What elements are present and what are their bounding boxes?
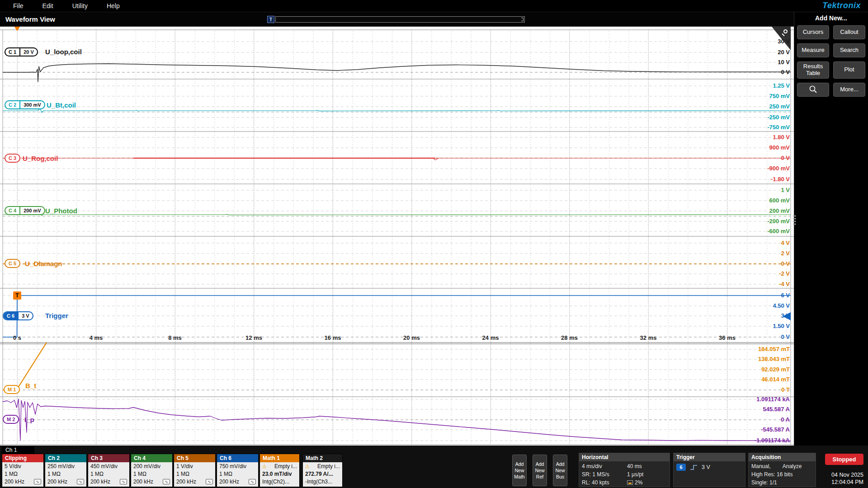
badge-row-1: 1 MΩ [5, 471, 41, 478]
badge-header: Clipping [2, 454, 43, 462]
add-new-math-button[interactable]: AddNewMath [512, 455, 527, 486]
badge-value: 450 mV/div [90, 464, 118, 470]
channel-badge-id: C 4 [5, 207, 19, 214]
panel-resize-handle[interactable] [792, 215, 796, 226]
add-new-line: Math [514, 474, 524, 479]
acquisition-panel[interactable]: Acquisition Manual, Analyze High Res: 16… [748, 453, 816, 487]
scale-label-c3-1: 900 mV [769, 144, 790, 151]
settings-badge-clipping[interactable]: Clipping5 V/div1 MΩ200 kHz∿ [2, 454, 44, 487]
channel-badge-id: M 1 [5, 386, 19, 393]
channel-badge-c1[interactable]: C 120 V [5, 47, 38, 56]
system-date: 04 Nov 2025 [809, 472, 863, 478]
trigger-point-badge[interactable]: T [13, 291, 21, 300]
horizontal-panel-title: Horizontal [579, 453, 670, 461]
waveform-area[interactable]: T C 120 VU_loop,coil30 V20 V10 V0 VC 230… [0, 27, 794, 446]
waveform-view-title: Waveform View [5, 15, 55, 23]
sidebar-button-plot[interactable]: Plot [833, 61, 865, 79]
zoom-button[interactable] [797, 83, 829, 97]
warning-icon: ⚠ [262, 464, 267, 469]
channel-name-m2: I_p [24, 416, 34, 423]
channel-badge-c2[interactable]: C 2300 mV [5, 100, 45, 109]
trigger-position-icon[interactable] [14, 27, 20, 31]
menu-file[interactable]: File [4, 2, 33, 9]
more-button[interactable]: More... [833, 83, 865, 97]
settings-badge-ch-5[interactable]: Ch 51 V/div1 MΩ200 kHz∿ [174, 454, 216, 487]
run-stop-button[interactable]: Stopped [825, 454, 863, 465]
channel-name-c4: U_Photod [45, 207, 77, 215]
channel-badge-c5[interactable]: C 5 [5, 259, 20, 268]
badge-value: 1 MΩ [47, 471, 61, 478]
badge-row-0: 200 mV/div [133, 464, 170, 470]
menu-help[interactable]: Help [97, 2, 129, 9]
scale-label-c5-4: -4 V [779, 281, 790, 287]
trigger-source-badge[interactable]: 6 [676, 464, 686, 471]
scale-label-c5-2: 0 V [781, 260, 790, 267]
h-recordlength: RL: 40 kpts [582, 479, 627, 486]
scale-label-c2-0: 1.25 V [773, 82, 790, 89]
badge-row-2: 200 kHz∿ [176, 479, 213, 485]
ch1-tab[interactable]: Ch 1 [2, 446, 34, 454]
scale-label-m1-1: 138.043 mT [758, 356, 790, 362]
channel-badge-c6[interactable]: C 63 V [3, 311, 33, 320]
settings-badge-math-2[interactable]: Math 2⚠Empty i...272.79 A/...-Intg(Ch3..… [302, 454, 343, 487]
settings-badge-ch-4[interactable]: Ch 4200 mV/div1 MΩ200 kHz∿ [131, 454, 173, 487]
horizontal-row-3: RL: 40 kpts 2% [582, 479, 667, 487]
scale-label-c2-3: -250 mV [767, 114, 790, 121]
channel-badge-m2[interactable]: M 2 [3, 415, 19, 424]
badge-value: 200 kHz [133, 479, 153, 485]
pan-bar-end-handle[interactable] [521, 18, 524, 21]
badge-warning-row: ⚠Empty i... [305, 464, 340, 470]
scale-label-c6-3: 1.50 V [773, 323, 790, 329]
tektronix-logo: Tektronix [822, 1, 861, 10]
add-new-line: New [555, 468, 565, 473]
horizontal-pan-bar[interactable] [275, 16, 525, 23]
channel-badge-id: C 3 [5, 155, 19, 162]
settings-badge-ch-2[interactable]: Ch 2250 mV/div1 MΩ200 kHz∿ [45, 454, 87, 487]
scale-label-c1-1: 20 V [778, 49, 790, 56]
badge-value: 200 kHz [90, 479, 110, 485]
add-new-bus-button[interactable]: AddNewBus [553, 455, 567, 486]
scale-label-m2-0: 1.091174 kA [756, 396, 790, 403]
warning-text: Empty i... [274, 464, 297, 470]
sidebar-button-search[interactable]: Search [833, 43, 865, 57]
sidebar-button-results-table[interactable]: Results Table [797, 61, 829, 79]
badge-row-2: 200 kHz∿ [47, 479, 84, 485]
scale-label-c4-0: 1 V [781, 187, 790, 193]
badge-value: 200 kHz [47, 479, 67, 485]
horizontal-position-marker[interactable]: T [267, 16, 274, 23]
sidebar-button-callout[interactable]: Callout [833, 25, 865, 39]
menu-edit[interactable]: Edit [33, 2, 63, 9]
settings-badge-math-1[interactable]: Math 1⚠Empty i...23.0 mT/divIntg(Ch2)... [259, 454, 300, 487]
badge-row-0: 250 mV/div [47, 464, 84, 470]
badge-value: 1 MΩ [133, 471, 146, 478]
badge-row-0: 750 mV/div [219, 464, 256, 470]
badge-body: 450 mV/div1 MΩ200 kHz∿ [88, 462, 129, 487]
channel-badge-c4[interactable]: C 4200 mV [5, 206, 45, 215]
scale-label-c1-0: 30 V [778, 38, 790, 45]
zoom-icon [809, 85, 818, 94]
channel-badge-id: C 6 [4, 312, 18, 319]
channel-name-c1: U_loop,coil [45, 48, 82, 56]
horizontal-panel[interactable]: Horizontal 4 ms/div 40 ms SR: 1 MS/s 1 µ… [579, 453, 670, 487]
time-label-7: 28 ms [561, 334, 578, 341]
add-new-ref-button[interactable]: AddNewRef [533, 455, 547, 486]
badge-function-row: Intg(Ch2)... [262, 479, 297, 485]
channel-badge-c3[interactable]: C 3 [5, 154, 20, 163]
trigger-panel-title: Trigger [674, 453, 745, 461]
scale-label-c4-4: -600 mV [767, 228, 790, 235]
scale-label-c4-1: 600 mV [769, 197, 790, 204]
settings-badge-ch-6[interactable]: Ch 6750 mV/div1 MΩ200 kHz∿ [217, 454, 259, 487]
badge-value: 750 mV/div [219, 464, 246, 470]
add-new-title: Add New... [794, 12, 868, 25]
scale-label-c5-3: -2 V [779, 270, 790, 277]
settings-strip: Ch 1 Horizontal 4 ms/div 40 ms SR: 1 MS/… [0, 446, 868, 488]
channel-badge-m1[interactable]: M 1 [4, 385, 20, 394]
sidebar-button-cursors[interactable]: Cursors [797, 25, 829, 39]
badge-row-2: 200 kHz∿ [133, 479, 170, 485]
sidebar-button-grid: CursorsCalloutMeasureSearchResults Table… [794, 25, 868, 97]
settings-badge-ch-3[interactable]: Ch 3450 mV/div1 MΩ200 kHz∿ [88, 454, 130, 487]
trigger-panel[interactable]: Trigger 6 3 V [673, 453, 745, 487]
menu-utility[interactable]: Utility [63, 2, 97, 9]
badge-body: 1 V/div1 MΩ200 kHz∿ [174, 462, 215, 487]
sidebar-button-measure[interactable]: Measure [797, 43, 829, 57]
